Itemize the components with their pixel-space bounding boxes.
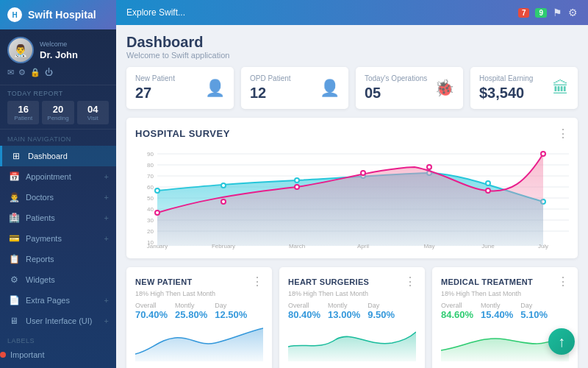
stat-label: Today's Operations — [365, 74, 427, 82]
flag-icon[interactable]: ⚑ — [553, 7, 562, 18]
sidebar-item-patients[interactable]: 🏥 Patients + — [0, 208, 116, 228]
svg-text:March: March — [289, 243, 305, 250]
operations-icon: 🐞 — [434, 79, 454, 98]
svg-text:80: 80 — [147, 162, 154, 169]
app-name: Swift Hospital — [28, 9, 96, 21]
doctors-icon: 👨‍⚕️ — [7, 192, 21, 202]
report-stats: 16 Patient 20 Pending 04 Visit — [7, 101, 109, 124]
sidebar-item-reports[interactable]: 📋 Reports — [0, 249, 116, 269]
stat-value: 9.50% — [368, 309, 395, 320]
sidebar-item-label: Widgets — [26, 275, 55, 284]
sidebar-item-extra-pages[interactable]: 📄 Extra Pages + — [0, 290, 116, 311]
gear-icon[interactable]: ⚙ — [568, 7, 578, 18]
payments-icon: 💳 — [7, 233, 21, 244]
sidebar-item-appointment[interactable]: 📅 Appointment + — [0, 166, 116, 187]
svg-point-29 — [486, 188, 490, 193]
svg-point-17 — [155, 188, 159, 193]
card-menu-icon[interactable]: ⋮ — [404, 275, 416, 289]
mini-chart-heart — [288, 325, 416, 361]
stat-value: 84.60% — [441, 309, 473, 320]
stat-value: 5.10% — [520, 309, 548, 320]
appointment-icon: 📅 — [7, 171, 21, 182]
survey-svg: 90 80 70 60 50 40 30 20 10 — [135, 146, 569, 250]
stat-label: Overall — [441, 302, 473, 309]
svg-text:40: 40 — [147, 206, 154, 213]
report-stat-visit: 04 Visit — [77, 101, 109, 124]
sidebar-item-label: Appointment — [26, 172, 71, 181]
svg-text:70: 70 — [147, 173, 154, 180]
sidebar-item-payments[interactable]: 💳 Payments + — [0, 228, 116, 249]
expand-icon: + — [104, 296, 109, 305]
card-menu-icon[interactable]: ⋮ — [251, 275, 263, 289]
label-dot-important — [0, 352, 6, 358]
label-important[interactable]: Important — [0, 347, 116, 362]
card-menu-icon[interactable]: ⋮ — [557, 275, 569, 289]
svg-text:20: 20 — [147, 228, 154, 235]
topbar: Explore Swift... 7 9 ⚑ ⚙ — [116, 0, 588, 25]
bottom-card-title: NEW PATIENT — [135, 277, 192, 286]
sidebar-item-label: Doctors — [26, 193, 54, 202]
sidebar-item-widgets[interactable]: ⚙ Widgets — [0, 269, 116, 290]
stat-card-earning: Hospital Earning $3,540 🏛 — [470, 67, 578, 109]
settings-icon[interactable]: ⚙ — [18, 68, 26, 77]
stat-value: 05 — [365, 85, 427, 102]
report-stat-patient: 16 Patient — [7, 101, 39, 124]
survey-section: HOSPITAL SURVEY ⋮ 90 80 70 — [126, 118, 578, 258]
stat-label: New Patient — [135, 74, 175, 82]
welcome-text: Welcome — [40, 40, 78, 48]
stat-label: Day — [368, 302, 395, 309]
svg-text:January: January — [147, 243, 168, 250]
stat-label: Montly — [481, 302, 513, 309]
sidebar-item-doctors[interactable]: 👨‍⚕️ Doctors + — [0, 187, 116, 208]
extra-pages-icon: 📄 — [7, 295, 21, 305]
survey-title: HOSPITAL SURVEY — [135, 128, 230, 139]
label-text-important: Important — [10, 350, 44, 359]
bottom-card-title: MEDICAL TREATMENT — [441, 277, 533, 286]
patients-icon: 🏥 — [7, 213, 21, 223]
sidebar-item-label: Reports — [26, 255, 54, 263]
notification-badge-1[interactable]: 7 — [518, 8, 530, 18]
svg-text:60: 60 — [147, 184, 154, 191]
opd-icon: 👤 — [320, 79, 340, 98]
stat-value: 27 — [135, 85, 175, 102]
sidebar-item-dashboard[interactable]: ⊞ Dashboard — [0, 146, 116, 166]
svg-point-27 — [361, 171, 365, 175]
svg-text:June: June — [481, 243, 495, 250]
bottom-card-title: HEART SURGERIES — [288, 277, 369, 286]
sidebar-item-ui[interactable]: 🖥 User Interface (UI) + — [0, 311, 116, 331]
survey-menu-icon[interactable]: ⋮ — [557, 127, 569, 141]
stat-label: Hospital Earning — [479, 74, 533, 82]
logo-icon: H — [7, 7, 22, 22]
earning-icon: 🏛 — [553, 79, 569, 98]
lock-icon[interactable]: 🔒 — [30, 68, 40, 77]
stat-value: 70.40% — [135, 309, 168, 320]
nav-section-label: MAIN NAVIGATION — [0, 130, 116, 146]
stat-value: 80.40% — [288, 309, 320, 320]
message-icon[interactable]: ✉ — [7, 68, 14, 77]
survey-header: HOSPITAL SURVEY ⋮ — [135, 127, 569, 141]
stat-label: Day — [520, 302, 548, 309]
stat-label: Day — [215, 302, 247, 309]
fab-button[interactable]: ↑ — [548, 328, 575, 355]
stat-value: 25.80% — [175, 309, 207, 320]
stat-label: Overall — [135, 302, 168, 309]
svg-point-26 — [295, 185, 299, 189]
bottom-card-heart-surgeries: HEART SURGERIES ⋮ 18% High Then Last Mon… — [279, 267, 425, 368]
stat-value: 12 — [250, 85, 291, 102]
notification-badge-2[interactable]: 9 — [535, 8, 547, 18]
sidebar-item-label: Payments — [26, 234, 62, 243]
today-report: TODAY REPORT 16 Patient 20 Pending 04 Vi… — [0, 85, 116, 130]
svg-text:May: May — [423, 243, 434, 250]
stat-value: 15.40% — [481, 309, 513, 320]
bottom-card-sub: 18% High Then Last Month — [135, 290, 263, 297]
widgets-icon: ⚙ — [7, 275, 21, 285]
sidebar-header: H Swift Hospital — [0, 0, 116, 29]
svg-point-22 — [486, 181, 490, 185]
content-header: Dashboard Welcome to Swift application — [126, 34, 578, 60]
logout-icon[interactable]: ⏻ — [45, 68, 53, 77]
bottom-card-new-patient: NEW PATIENT ⋮ 18% High Then Last Month O… — [126, 267, 272, 368]
svg-text:90: 90 — [147, 151, 154, 158]
svg-point-30 — [541, 152, 545, 156]
svg-text:50: 50 — [147, 195, 154, 202]
svg-point-28 — [427, 165, 431, 169]
